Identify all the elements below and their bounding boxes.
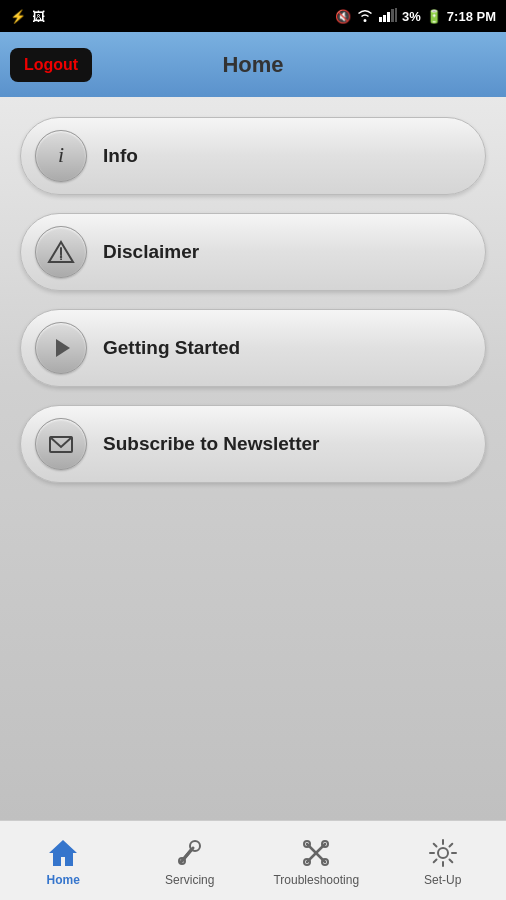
svg-text:i: i — [58, 142, 64, 167]
usb-icon: ⚡ — [10, 9, 26, 24]
svg-marker-8 — [56, 339, 70, 357]
setup-nav-icon — [425, 835, 461, 871]
svg-rect-0 — [379, 17, 382, 22]
main-content: i Info ! Disclaimer Getting Started — [0, 97, 506, 820]
svg-rect-2 — [387, 12, 390, 22]
servicing-nav-icon — [172, 835, 208, 871]
svg-point-21 — [438, 848, 448, 858]
play-icon-circle — [35, 322, 87, 374]
status-right: 🔇 3% 🔋 7:18 PM — [335, 8, 496, 25]
nav-troubleshooting-label: Troubleshooting — [273, 873, 359, 887]
subscribe-label: Subscribe to Newsletter — [103, 433, 319, 455]
nav-home-label: Home — [47, 873, 80, 887]
svg-marker-10 — [49, 840, 77, 866]
clock: 7:18 PM — [447, 9, 496, 24]
getting-started-label: Getting Started — [103, 337, 240, 359]
status-bar: ⚡ 🖼 🔇 3% 🔋 7:18 PM — [0, 0, 506, 32]
getting-started-button[interactable]: Getting Started — [20, 309, 486, 387]
disclaimer-button[interactable]: ! Disclaimer — [20, 213, 486, 291]
nav-setup[interactable]: Set-Up — [380, 835, 507, 887]
info-icon: i — [47, 142, 75, 170]
home-nav-icon — [45, 835, 81, 871]
logout-button[interactable]: Logout — [10, 48, 92, 82]
wifi-icon — [356, 8, 374, 25]
status-left: ⚡ 🖼 — [10, 9, 45, 24]
nav-servicing[interactable]: Servicing — [127, 835, 254, 887]
info-icon-circle: i — [35, 130, 87, 182]
svg-rect-4 — [395, 8, 397, 22]
mute-icon: 🔇 — [335, 9, 351, 24]
troubleshooting-nav-icon — [298, 835, 334, 871]
image-icon: 🖼 — [32, 9, 45, 24]
nav-servicing-label: Servicing — [165, 873, 214, 887]
disclaimer-label: Disclaimer — [103, 241, 199, 263]
battery-icon: 🔋 — [426, 9, 442, 24]
header: Logout Home — [0, 32, 506, 97]
page-title: Home — [222, 52, 283, 78]
svg-rect-3 — [391, 9, 394, 22]
nav-home[interactable]: Home — [0, 835, 127, 887]
info-button[interactable]: i Info — [20, 117, 486, 195]
info-label: Info — [103, 145, 138, 167]
svg-point-7 — [60, 256, 62, 258]
nav-setup-label: Set-Up — [424, 873, 461, 887]
bottom-nav: Home Servicing T — [0, 820, 506, 900]
battery-percent: 3% — [402, 9, 421, 24]
email-icon — [47, 430, 75, 458]
disclaimer-icon-circle: ! — [35, 226, 87, 278]
subscribe-button[interactable]: Subscribe to Newsletter — [20, 405, 486, 483]
nav-troubleshooting[interactable]: Troubleshooting — [253, 835, 380, 887]
signal-icon — [379, 8, 397, 25]
logout-label: Logout — [24, 56, 78, 73]
svg-rect-1 — [383, 15, 386, 22]
email-icon-circle — [35, 418, 87, 470]
play-icon — [47, 334, 75, 362]
disclaimer-icon: ! — [47, 238, 75, 266]
